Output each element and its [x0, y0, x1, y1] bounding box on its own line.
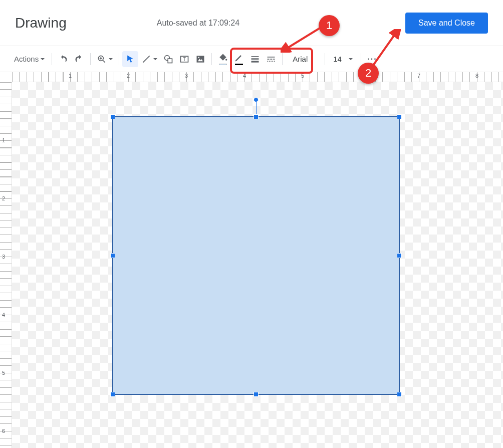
- redo-icon: [74, 54, 84, 64]
- svg-rect-19: [273, 59, 275, 60]
- caret-down-icon: [109, 58, 113, 60]
- svg-rect-16: [268, 57, 275, 58]
- textbox-tool[interactable]: T: [176, 51, 192, 67]
- border-dash-button[interactable]: [263, 51, 279, 67]
- svg-point-12: [225, 59, 227, 61]
- font-family-selector[interactable]: Arial: [286, 55, 322, 63]
- dialog-title: Drawing: [15, 15, 67, 31]
- caret-down-icon: [41, 58, 45, 60]
- resize-handle-w[interactable]: [110, 253, 115, 258]
- svg-rect-24: [274, 61, 275, 62]
- actions-menu[interactable]: Actions: [10, 55, 49, 63]
- horizontal-ruler: 1 2 3 4 5 6 7 8: [12, 72, 503, 82]
- svg-rect-14: [252, 58, 259, 60]
- svg-line-4: [143, 56, 150, 62]
- dialog-header: Drawing Auto-saved at 17:09:24 Save and …: [0, 0, 503, 46]
- canvas-area: 1 2 3 4 5 6: [0, 82, 503, 448]
- svg-rect-21: [269, 61, 270, 62]
- caret-down-icon: [349, 58, 353, 60]
- svg-rect-22: [271, 61, 272, 62]
- shape-tool[interactable]: [160, 51, 176, 67]
- pencil-icon: [234, 53, 244, 63]
- cursor-icon: [125, 54, 135, 64]
- rotation-handle[interactable]: [254, 97, 259, 102]
- border-color-button[interactable]: [231, 51, 247, 67]
- resize-handle-sw[interactable]: [110, 392, 115, 397]
- textbox-icon: T: [179, 54, 189, 64]
- drawing-canvas[interactable]: [12, 82, 503, 448]
- caret-down-icon: [153, 58, 157, 60]
- image-tool[interactable]: [192, 51, 208, 67]
- resize-handle-n[interactable]: [254, 114, 259, 119]
- zoom-button[interactable]: [94, 51, 116, 67]
- svg-rect-6: [168, 59, 172, 63]
- svg-text:T: T: [183, 57, 186, 62]
- border-weight-button[interactable]: [247, 51, 263, 67]
- more-options-button[interactable]: ···: [364, 51, 380, 67]
- svg-rect-9: [197, 56, 204, 62]
- select-tool[interactable]: [122, 51, 138, 67]
- image-icon: [195, 54, 205, 64]
- svg-point-11: [198, 57, 200, 58]
- fill-color-button[interactable]: [215, 51, 231, 67]
- resize-handle-s[interactable]: [254, 392, 259, 397]
- line-dash-icon: [266, 54, 276, 64]
- svg-rect-13: [252, 56, 259, 57]
- shape-icon: [163, 54, 173, 64]
- redo-button[interactable]: [71, 51, 87, 67]
- resize-handle-nw[interactable]: [110, 114, 115, 119]
- line-tool[interactable]: [138, 51, 160, 67]
- save-and-close-button[interactable]: Save and Close: [405, 13, 488, 34]
- svg-rect-15: [252, 61, 259, 62]
- resize-handle-se[interactable]: [397, 392, 402, 397]
- fill-icon: [218, 53, 228, 63]
- autosave-status: Auto-saved at 17:09:24: [157, 19, 239, 28]
- zoom-icon: [97, 54, 107, 64]
- undo-button[interactable]: [55, 51, 71, 67]
- actions-label: Actions: [14, 55, 39, 63]
- svg-rect-17: [268, 59, 270, 60]
- ellipsis-icon: ···: [367, 55, 377, 64]
- svg-rect-20: [268, 61, 269, 62]
- line-icon: [141, 54, 151, 64]
- font-size-selector[interactable]: 14: [328, 55, 358, 63]
- svg-rect-23: [273, 61, 274, 62]
- resize-handle-e[interactable]: [397, 253, 402, 258]
- line-weight-icon: [250, 54, 260, 64]
- resize-handle-ne[interactable]: [397, 114, 402, 119]
- vertical-ruler: 1 2 3 4 5 6: [0, 82, 12, 448]
- toolbar: Actions T Arial: [0, 46, 503, 72]
- selected-rectangle-shape[interactable]: [112, 116, 400, 395]
- undo-icon: [58, 54, 68, 64]
- svg-line-1: [103, 60, 105, 62]
- svg-rect-18: [271, 59, 273, 60]
